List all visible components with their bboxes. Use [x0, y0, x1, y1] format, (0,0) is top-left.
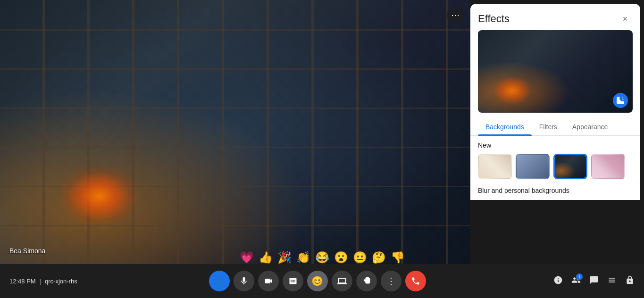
emoji-reaction-button[interactable]: 😊	[307, 271, 328, 291]
bottom-bar: 12:48 PM | qrc-xjon-rhs 💗 👍 🎉 👏 😂 😮 😐 🤔 …	[0, 264, 644, 298]
avatar-button[interactable]: 👤	[209, 271, 230, 291]
people-button[interactable]: 1	[571, 275, 581, 287]
end-call-button[interactable]	[405, 271, 426, 291]
time-divider: |	[40, 278, 41, 285]
three-dots-icon: ⋯	[451, 10, 460, 20]
reaction-thinking[interactable]: 🤔	[372, 251, 386, 264]
camera-button[interactable]	[258, 271, 279, 291]
background-thumb-4[interactable]	[591, 154, 625, 179]
reaction-surprise[interactable]: 😮	[334, 251, 348, 264]
participant-name: Bea Simona	[9, 247, 45, 255]
info-button[interactable]	[553, 275, 563, 287]
chat-button[interactable]	[589, 275, 599, 287]
preview-fireplace-glow	[493, 76, 531, 105]
mic-button[interactable]	[234, 271, 254, 291]
people-badge: 1	[576, 273, 583, 280]
blur-section-label: Blur and personal backgrounds	[478, 187, 633, 194]
tab-backgrounds[interactable]: Backgrounds	[478, 118, 532, 135]
right-controls: 1	[553, 275, 635, 287]
effects-title: Effects	[478, 13, 510, 25]
activities-button[interactable]	[607, 275, 617, 287]
time-info: 12:48 PM | qrc-xjon-rhs	[9, 278, 77, 285]
effects-panel: Effects × 1 Backgrounds Filters Appearan…	[470, 4, 640, 200]
video-more-options-button[interactable]: ⋯	[447, 7, 464, 24]
background-thumb-2[interactable]	[516, 154, 550, 179]
more-options-button[interactable]: ⋮	[381, 271, 401, 291]
current-time: 12:48 PM	[9, 278, 36, 285]
layers-icon: 1	[617, 97, 624, 104]
effects-badge: 1	[613, 93, 628, 108]
tab-filters[interactable]: Filters	[532, 118, 565, 135]
lock-button[interactable]	[625, 275, 635, 287]
badge-count: 1	[619, 95, 626, 101]
video-background	[0, 0, 470, 264]
effects-header: Effects ×	[470, 4, 640, 30]
meeting-id: qrc-xjon-rhs	[45, 278, 77, 285]
reaction-thumbsdown[interactable]: 👎	[391, 251, 405, 264]
fireplace-glow	[61, 168, 137, 224]
video-container: Bea Simona ⋯	[0, 0, 470, 264]
effects-preview-image: 1	[478, 30, 633, 113]
main-area: Bea Simona ⋯ Effects × 1 Backgrounds F	[0, 0, 644, 264]
background-thumb-1[interactable]	[478, 154, 512, 179]
background-thumb-3[interactable]	[553, 154, 587, 179]
captions-button[interactable]	[283, 271, 303, 291]
reaction-laugh[interactable]: 😂	[315, 251, 329, 264]
tab-appearance[interactable]: Appearance	[565, 118, 616, 135]
present-button[interactable]	[332, 271, 352, 291]
effects-tabs: Backgrounds Filters Appearance	[470, 118, 640, 136]
reaction-thumbsup[interactable]: 👍	[259, 251, 273, 264]
reaction-neutral[interactable]: 😐	[353, 251, 367, 264]
window-overlay	[0, 0, 470, 264]
reaction-celebrate[interactable]: 🎉	[277, 251, 292, 264]
raise-hand-button[interactable]	[356, 271, 377, 291]
panel-content: New Blur and personal backgrounds	[470, 136, 640, 200]
emoji-reactions-bar: 💗 👍 🎉 👏 😂 😮 😐 🤔 👎	[240, 251, 405, 264]
meeting-controls: 👤 😊 ⋮	[209, 271, 426, 291]
close-effects-button[interactable]: ×	[618, 11, 633, 26]
reaction-clap[interactable]: 👏	[296, 251, 310, 264]
reaction-heart[interactable]: 💗	[240, 251, 254, 264]
new-section-label: New	[478, 141, 633, 149]
backgrounds-thumbnails	[478, 154, 633, 179]
